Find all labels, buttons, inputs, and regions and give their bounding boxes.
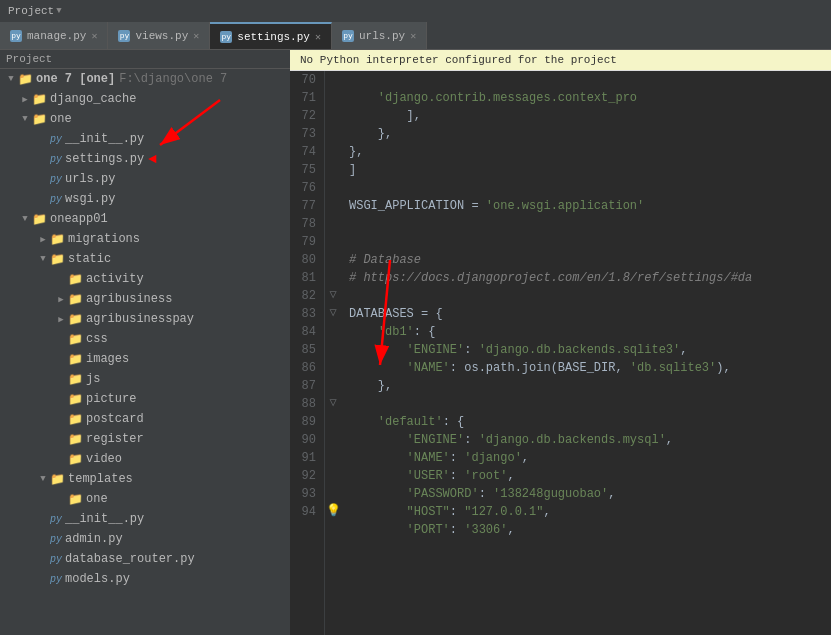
ln-70: 70: [298, 71, 316, 89]
migrations-label: migrations: [68, 232, 140, 246]
ln-75: 75: [298, 161, 316, 179]
tab-urls[interactable]: py urls.py ✕: [332, 22, 427, 49]
tree-models-py[interactable]: py models.py: [0, 569, 290, 589]
oneapp01-arrow: [18, 214, 32, 224]
tree-migrations[interactable]: 📁 migrations: [0, 229, 290, 249]
admin-py-label: admin.py: [65, 532, 123, 546]
tree-database-router-py[interactable]: py database_router.py: [0, 549, 290, 569]
picture-icon: 📁: [68, 392, 83, 407]
tree-settings-py[interactable]: py settings.py ◄: [0, 149, 290, 169]
fold-82[interactable]: ▽: [325, 287, 341, 305]
code-editor[interactable]: 70 71 72 73 74 75 76 77 78 79 80 81 82 8…: [290, 71, 831, 635]
tree-admin-py[interactable]: py admin.py: [0, 529, 290, 549]
ln-84: 84: [298, 323, 316, 341]
agribusinesspay-arrow: [54, 314, 68, 325]
tab-manage[interactable]: py manage.py ✕: [0, 22, 108, 49]
settings-py-icon: py: [50, 154, 62, 165]
tab-settings[interactable]: py settings.py ✕: [210, 22, 332, 49]
tab-urls-icon: py: [342, 30, 354, 42]
wsgi-py-icon: py: [50, 194, 62, 205]
ln-80: 80: [298, 251, 316, 269]
tab-urls-close[interactable]: ✕: [410, 30, 416, 42]
tree-agribusiness[interactable]: 📁 agribusiness: [0, 289, 290, 309]
editor-area: No Python interpreter configured for the…: [290, 50, 831, 635]
ln-89: 89: [298, 413, 316, 431]
oneapp01-label: oneapp01: [50, 212, 108, 226]
tree-css[interactable]: 📁 css: [0, 329, 290, 349]
code-line-93: "HOST": "127.0.0.1",: [349, 505, 551, 519]
tree-django-cache[interactable]: 📁 django_cache: [0, 89, 290, 109]
tree-activity[interactable]: 📁 activity: [0, 269, 290, 289]
tree-init-py[interactable]: py __init__.py: [0, 129, 290, 149]
ln-81: 81: [298, 269, 316, 287]
red-arrow-settings: ◄: [148, 151, 156, 167]
tab-settings-close[interactable]: ✕: [315, 31, 321, 43]
django-cache-icon: 📁: [32, 92, 47, 107]
code-line-81: [349, 289, 356, 303]
tree-postcard[interactable]: 📁 postcard: [0, 409, 290, 429]
tree-picture[interactable]: 📁 picture: [0, 389, 290, 409]
templates-label: templates: [68, 472, 133, 486]
code-line-70: 'django.contrib.messages.context_pro: [349, 91, 637, 105]
root-arrow: [4, 74, 18, 84]
tree-urls-py[interactable]: py urls.py: [0, 169, 290, 189]
tree-templates[interactable]: 📁 templates: [0, 469, 290, 489]
templates-icon: 📁: [50, 472, 65, 487]
register-label: register: [86, 432, 144, 446]
title-dropdown-arrow[interactable]: ▼: [56, 6, 61, 16]
tab-views-close[interactable]: ✕: [193, 30, 199, 42]
tree-wsgi-py[interactable]: py wsgi.py: [0, 189, 290, 209]
tree-agribusinesspay[interactable]: 📁 agribusinesspay: [0, 309, 290, 329]
ln-92: 92: [298, 467, 316, 485]
code-line-80: # https://docs.djangoproject.com/en/1.8/…: [349, 271, 752, 285]
code-line-94: 'PORT': '3306',: [349, 523, 515, 537]
code-content[interactable]: 'django.contrib.messages.context_pro ], …: [341, 71, 831, 635]
tab-settings-label: settings.py: [237, 31, 310, 43]
postcard-label: postcard: [86, 412, 144, 426]
sidebar-title-label: Project: [6, 53, 52, 65]
css-label: css: [86, 332, 108, 346]
tab-manage-close[interactable]: ✕: [91, 30, 97, 42]
static-label: static: [68, 252, 111, 266]
fold-83[interactable]: ▽: [325, 305, 341, 323]
fold-column: ▽ ▽ ▽ 💡: [325, 71, 341, 635]
tab-views[interactable]: py views.py ✕: [108, 22, 210, 49]
code-line-85: 'NAME': os.path.join(BASE_DIR, 'db.sqlit…: [349, 361, 731, 375]
tree-static[interactable]: 📁 static: [0, 249, 290, 269]
code-line-76: WSGI_APPLICATION = 'one.wsgi.application…: [349, 199, 644, 213]
settings-py-label: settings.py: [65, 152, 144, 166]
tree-register[interactable]: 📁 register: [0, 429, 290, 449]
picture-label: picture: [86, 392, 136, 406]
tab-views-label: views.py: [135, 30, 188, 42]
urls-py-icon: py: [50, 174, 62, 185]
activity-icon: 📁: [68, 272, 83, 287]
tree-video[interactable]: 📁 video: [0, 449, 290, 469]
warning-text: No Python interpreter configured for the…: [300, 54, 617, 66]
fold-88[interactable]: ▽: [325, 395, 341, 413]
video-icon: 📁: [68, 452, 83, 467]
ln-74: 74: [298, 143, 316, 161]
one-folder-icon: 📁: [32, 112, 47, 127]
ln-77: 77: [298, 197, 316, 215]
tree-images[interactable]: 📁 images: [0, 349, 290, 369]
code-line-79: # Database: [349, 253, 421, 267]
agribusinesspay-icon: 📁: [68, 312, 83, 327]
tree-one-folder[interactable]: 📁 one: [0, 109, 290, 129]
title-project-label: Project: [8, 5, 54, 17]
ln-76: 76: [298, 179, 316, 197]
ln-83: 83: [298, 305, 316, 323]
ln-73: 73: [298, 125, 316, 143]
ln-90: 90: [298, 431, 316, 449]
tree-init2-py[interactable]: py __init__.py: [0, 509, 290, 529]
tree-root[interactable]: 📁 one 7 [one] F:\django\one 7: [0, 69, 290, 89]
tree-oneapp01[interactable]: 📁 oneapp01: [0, 209, 290, 229]
root-icon: 📁: [18, 72, 33, 87]
code-line-87: [349, 397, 356, 411]
code-line-72: },: [349, 127, 392, 141]
ln-78: 78: [298, 215, 316, 233]
video-label: video: [86, 452, 122, 466]
tree-one-tmpl[interactable]: 📁 one: [0, 489, 290, 509]
migrations-icon: 📁: [50, 232, 65, 247]
tree-js[interactable]: 📁 js: [0, 369, 290, 389]
sidebar: Project 📁 one 7 [one] F:\django\one 7 📁 …: [0, 50, 290, 635]
